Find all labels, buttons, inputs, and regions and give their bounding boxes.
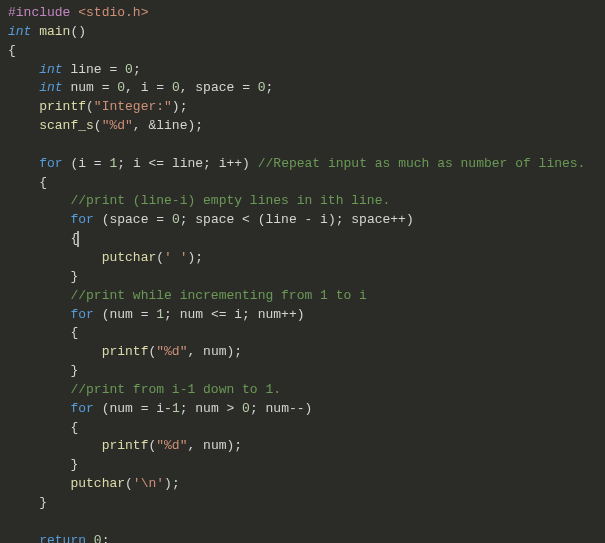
code-line: } (8, 268, 597, 287)
code-line: #include <stdio.h> (8, 4, 597, 23)
code-line: return 0; (8, 532, 597, 543)
code-line: { (8, 419, 597, 438)
code-line (8, 513, 597, 532)
code-line: printf("%d", num); (8, 437, 597, 456)
code-editor[interactable]: #include <stdio.h> int main() { int line… (0, 0, 605, 543)
code-line: //print from i-1 down to 1. (8, 381, 597, 400)
text-cursor (77, 231, 79, 247)
code-line: for (space = 0; space < (line - i); spac… (8, 211, 597, 230)
keyword-int: int (8, 24, 31, 39)
code-line: printf("Integer:"); (8, 98, 597, 117)
code-line: for (num = 1; num <= i; num++) (8, 306, 597, 325)
code-line: putchar('\n'); (8, 475, 597, 494)
code-line: scanf_s("%d", &line); (8, 117, 597, 136)
code-line: } (8, 456, 597, 475)
code-line: putchar(' '); (8, 249, 597, 268)
code-line (8, 136, 597, 155)
code-line: { (8, 42, 597, 61)
code-line: int num = 0, i = 0, space = 0; (8, 79, 597, 98)
code-line: for (num = i-1; num > 0; num--) (8, 400, 597, 419)
code-line: } (8, 362, 597, 381)
code-line: printf("%d", num); (8, 343, 597, 362)
code-line: { (8, 324, 597, 343)
fn-main: main (39, 24, 70, 39)
code-line: //print (line-i) empty lines in ith line… (8, 192, 597, 211)
preprocessor: #include (8, 5, 70, 20)
code-line: int main() (8, 23, 597, 42)
code-line: } (8, 494, 597, 513)
include-header: <stdio.h> (78, 5, 148, 20)
code-line: //print while incrementing from 1 to i (8, 287, 597, 306)
code-line: int line = 0; (8, 61, 597, 80)
code-line: { (8, 230, 597, 249)
code-line: { (8, 174, 597, 193)
code-line: for (i = 1; i <= line; i++) //Repeat inp… (8, 155, 597, 174)
